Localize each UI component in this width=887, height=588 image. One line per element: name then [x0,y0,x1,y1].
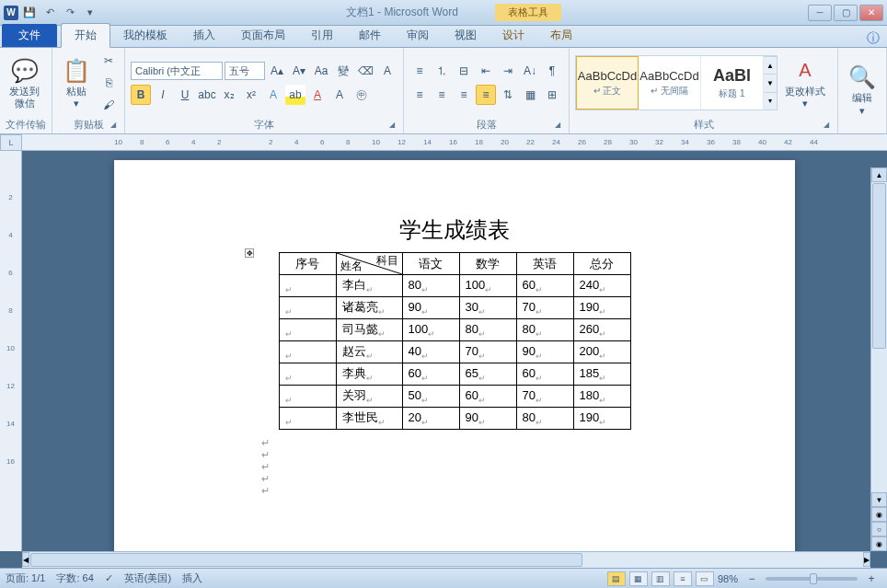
tab-view[interactable]: 视图 [442,24,490,47]
table-cell[interactable]: 90↵ [402,297,459,319]
sort-button[interactable]: A↓ [520,61,540,81]
zoom-in-button[interactable]: + [861,569,881,589]
highlight-button[interactable]: ab [285,85,305,105]
table-cell[interactable]: 50↵ [402,386,459,408]
zoom-level[interactable]: 98% [718,573,738,584]
subscript-button[interactable]: x₂ [219,85,239,105]
table-cell[interactable]: 260↵ [573,319,630,341]
table-cell[interactable]: 65↵ [459,363,516,386]
th-english[interactable]: 英语 [516,253,573,275]
style-no-spacing[interactable]: AaBbCcDd ↵ 无间隔 [639,56,701,110]
table-row[interactable]: ↵司马懿↵100↵80↵80↵260↵ [279,319,630,341]
strikethrough-button[interactable]: abc [197,85,217,105]
table-cell[interactable]: 180↵ [573,386,630,408]
table-cell[interactable]: 李典↵ [336,363,402,386]
student-table[interactable]: 序号 科目 姓名 语文 数学 英语 总分 ↵李白↵80↵100↵60↵240↵↵ [279,252,631,430]
status-proofing-icon[interactable]: ✓ [105,572,113,584]
tab-home[interactable]: 开始 [61,23,110,48]
tab-review[interactable]: 审阅 [394,24,442,47]
table-cell[interactable]: 20↵ [402,408,459,430]
table-cell[interactable]: 诸葛亮↵ [336,297,402,319]
borders-button[interactable]: ⊞ [542,85,562,105]
format-painter-button[interactable]: 🖌 [98,95,119,115]
th-math[interactable]: 数学 [459,253,516,275]
table-cell[interactable]: ↵ [279,297,336,319]
table-cell[interactable]: 190↵ [573,408,630,430]
table-cell[interactable]: 60↵ [459,386,516,408]
view-draft[interactable]: ▭ [696,571,714,586]
qat-redo[interactable]: ↷ [61,4,79,22]
clear-formatting-button[interactable]: ⌫ [355,61,375,81]
table-cell[interactable]: 60↵ [516,275,573,297]
table-cell[interactable]: ↵ [279,341,336,363]
next-page-button[interactable]: ◉ [871,536,887,551]
underline-button[interactable]: U [175,85,195,105]
show-marks-button[interactable]: ¶ [542,61,562,81]
table-cell[interactable]: 80↵ [402,275,459,297]
align-right-button[interactable]: ≡ [454,85,474,105]
style-up[interactable]: ▲ [764,56,777,74]
text-effects-button[interactable]: A [263,85,283,105]
th-diagonal[interactable]: 科目 姓名 [336,253,402,275]
table-move-handle[interactable]: ✥ [245,248,254,258]
scroll-thumb-h[interactable] [30,553,582,567]
align-justify-button[interactable]: ≡ [476,85,496,105]
decrease-indent-button[interactable]: ⇤ [476,61,496,81]
tab-references[interactable]: 引用 [298,24,346,47]
zoom-thumb[interactable] [810,573,817,584]
find-button[interactable]: 🔍 编辑▾ [844,57,881,123]
style-normal[interactable]: AaBbCcDd ↵ 正文 [576,56,639,110]
vertical-ruler[interactable]: 246810121416 [0,151,22,551]
zoom-out-button[interactable]: − [742,569,762,589]
line-spacing-button[interactable]: ⇅ [498,85,518,105]
shading-button[interactable]: ▦ [520,85,540,105]
tab-file[interactable]: 文件 [2,24,57,47]
phonetic-button[interactable]: 變 [333,61,353,81]
enclose-characters-button[interactable]: ㊥ [351,85,372,105]
table-cell[interactable]: 70↵ [516,297,573,319]
table-cell[interactable]: 90↵ [516,341,573,363]
table-cell[interactable]: 80↵ [516,319,573,341]
browse-object-button[interactable]: ○ [871,522,887,536]
tab-table-layout[interactable]: 布局 [537,24,585,47]
cut-button[interactable]: ✂ [98,51,119,71]
tab-insert[interactable]: 插入 [180,24,228,47]
character-shading-button[interactable]: A [329,85,350,105]
table-cell[interactable]: 关羽↵ [336,386,402,408]
style-heading-1[interactable]: AaBl 标题 1 [701,56,764,110]
tab-layout[interactable]: 页面布局 [228,24,298,47]
copy-button[interactable]: ⎘ [98,73,119,93]
change-case-button[interactable]: Aa [311,61,331,81]
font-launcher[interactable]: ◢ [386,121,397,132]
table-cell[interactable]: 30↵ [459,297,516,319]
table-cell[interactable]: 90↵ [459,408,516,430]
table-cell[interactable]: 60↵ [402,363,459,386]
style-down[interactable]: ▼ [764,74,777,91]
qat-save[interactable]: 💾 [20,4,39,22]
horizontal-scrollbar[interactable]: ◀ ▶ [22,551,870,568]
table-cell[interactable]: 70↵ [516,386,573,408]
bold-button[interactable]: B [131,85,151,105]
page[interactable]: 学生成绩表 ✥ 序号 科目 姓名 语文 数学 英语 [114,160,795,551]
tab-table-design[interactable]: 设计 [490,24,537,47]
table-cell[interactable]: 100↵ [459,275,516,297]
table-cell[interactable]: 190↵ [573,297,630,319]
change-styles-button[interactable]: A 更改样式▾ [781,50,829,116]
font-size-combo[interactable]: 五号 [225,62,265,80]
help-icon[interactable]: ⓘ [867,30,880,47]
table-cell[interactable]: ↵ [279,408,336,430]
table-row[interactable]: ↵诸葛亮↵90↵30↵70↵190↵ [279,297,630,319]
table-cell[interactable]: 40↵ [402,341,459,363]
close-button[interactable]: ✕ [859,5,883,21]
paragraph-launcher[interactable]: ◢ [552,121,563,132]
qat-more[interactable]: ▾ [81,4,99,22]
scroll-thumb-v[interactable] [872,183,886,349]
vertical-scrollbar[interactable]: ▲ ▼ ◉ ○ ◉ [870,167,887,551]
view-outline[interactable]: ≡ [674,571,692,586]
paste-button[interactable]: 📋 粘贴▾ [58,50,95,116]
scroll-right-button[interactable]: ▶ [863,552,870,567]
document-scroll[interactable]: 学生成绩表 ✥ 序号 科目 姓名 语文 数学 英语 [22,151,887,551]
scroll-left-button[interactable]: ◀ [22,552,29,567]
table-row[interactable]: ↵李典↵60↵65↵60↵185↵ [279,363,630,386]
table-row[interactable]: ↵李白↵80↵100↵60↵240↵ [279,275,630,297]
